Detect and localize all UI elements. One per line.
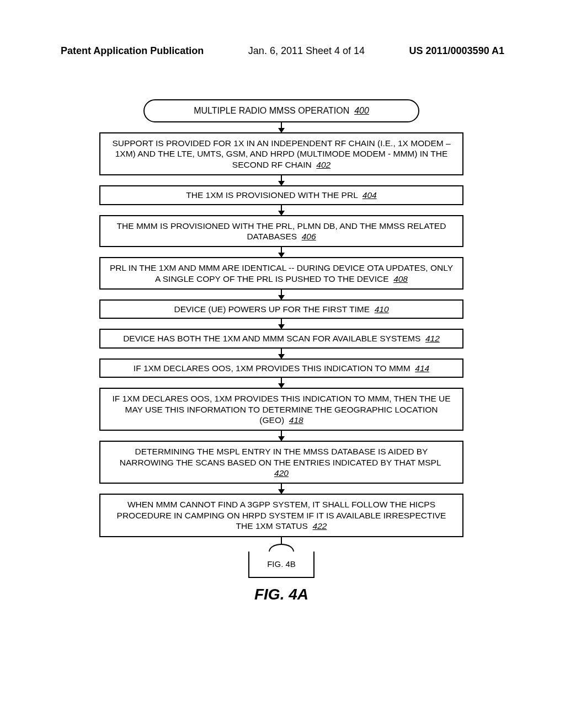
- step-ref: 402: [316, 160, 331, 169]
- page: Patent Application Publication Jan. 6, 2…: [0, 0, 565, 728]
- arrow-icon: [281, 349, 282, 358]
- offpage-connector: FIG. 4B: [248, 552, 315, 578]
- step-text: DEVICE HAS BOTH THE 1XM AND MMM SCAN FOR…: [123, 334, 420, 343]
- step-ref: 408: [393, 274, 408, 283]
- flow-step: PRL IN THE 1XM AND MMM ARE IDENTICAL -- …: [99, 257, 463, 290]
- step-text: THE MMM IS PROVISIONED WITH THE PRL, PLM…: [117, 221, 446, 241]
- flow-step: IF 1XM DECLARES OOS, 1XM PROVIDES THIS I…: [99, 358, 463, 378]
- connector-label: FIG. 4B: [249, 559, 313, 569]
- arrow-icon: [281, 431, 282, 441]
- arrow-icon: [281, 205, 282, 215]
- step-text: SUPPORT IS PROVIDED FOR 1X IN AN INDEPEN…: [112, 138, 450, 169]
- flow-step: DETERMINING THE MSPL ENTRY IN THE MMSS D…: [99, 441, 463, 484]
- connector-tab-icon: [269, 544, 294, 552]
- step-text: IF 1XM DECLARES OOS, 1XM PROVIDES THIS I…: [112, 394, 450, 425]
- step-text: DEVICE (UE) POWERS UP FOR THE FIRST TIME: [174, 304, 370, 314]
- header-right: US 2011/0003590 A1: [409, 45, 504, 57]
- flow-step: WHEN MMM CANNOT FIND A 3GPP SYSTEM, IT S…: [99, 494, 463, 537]
- flow-title-text: MULTIPLE RADIO MMSS OPERATION: [194, 106, 349, 115]
- step-ref: 414: [415, 363, 429, 373]
- step-ref: 420: [274, 468, 289, 478]
- arrow-icon: [281, 247, 282, 257]
- step-ref: 422: [313, 521, 327, 531]
- step-text: IF 1XM DECLARES OOS, 1XM PROVIDES THIS I…: [134, 363, 411, 373]
- arrow-icon: [281, 378, 282, 388]
- arrow-icon: [281, 122, 282, 132]
- step-ref: 412: [425, 334, 440, 343]
- figure-caption: FIG. 4A: [254, 586, 308, 603]
- arrow-icon: [281, 319, 282, 329]
- arrow-icon: [281, 175, 282, 185]
- arrow-icon: [281, 484, 282, 494]
- step-ref: 410: [375, 304, 389, 314]
- step-text: DETERMINING THE MSPL ENTRY IN THE MMSS D…: [120, 447, 441, 467]
- flow-title-ref: 400: [354, 106, 369, 115]
- step-ref: 406: [302, 232, 316, 241]
- flow-step: SUPPORT IS PROVIDED FOR 1X IN AN INDEPEN…: [99, 132, 463, 175]
- flow-title-box: MULTIPLE RADIO MMSS OPERATION 400: [143, 99, 419, 122]
- step-ref: 418: [289, 415, 303, 425]
- header-mid: Jan. 6, 2011 Sheet 4 of 14: [248, 45, 365, 57]
- flowchart: MULTIPLE RADIO MMSS OPERATION 400 SUPPOR…: [94, 99, 469, 603]
- page-header: Patent Application Publication Jan. 6, 2…: [61, 45, 504, 57]
- flow-step: DEVICE HAS BOTH THE 1XM AND MMM SCAN FOR…: [99, 329, 463, 348]
- flow-step: THE 1XM IS PROVISIONED WITH THE PRL 404: [99, 185, 463, 205]
- step-text: THE 1XM IS PROVISIONED WITH THE PRL: [186, 190, 358, 200]
- arrow-icon: [281, 290, 282, 299]
- flow-step: THE MMM IS PROVISIONED WITH THE PRL, PLM…: [99, 215, 463, 248]
- step-ref: 404: [363, 190, 377, 200]
- flow-step: IF 1XM DECLARES OOS, 1XM PROVIDES THIS I…: [99, 388, 463, 431]
- header-left: Patent Application Publication: [61, 45, 204, 57]
- flow-step: DEVICE (UE) POWERS UP FOR THE FIRST TIME…: [99, 299, 463, 319]
- step-text: WHEN MMM CANNOT FIND A 3GPP SYSTEM, IT S…: [117, 500, 446, 531]
